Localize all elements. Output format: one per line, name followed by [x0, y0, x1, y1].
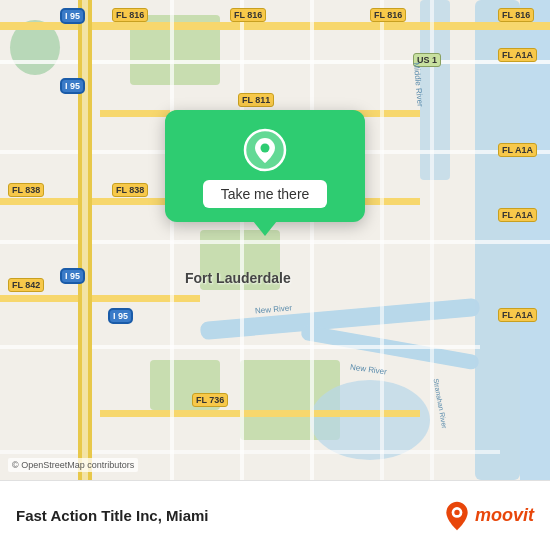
badge-i95-2: I 95	[60, 78, 85, 94]
badge-fl736: FL 736	[192, 393, 228, 407]
take-me-there-button[interactable]: Take me there	[203, 180, 328, 208]
badge-fl838-1: FL 838	[8, 183, 44, 197]
svg-point-1	[261, 144, 270, 153]
lake-1	[310, 380, 430, 460]
badge-fl811: FL 811	[238, 93, 274, 107]
road-fl736	[100, 410, 420, 417]
map-attribution: © OpenStreetMap contributors	[8, 458, 138, 472]
popup-card: Take me there	[165, 110, 365, 222]
road-v3	[310, 0, 314, 480]
moovit-text: moovit	[475, 505, 534, 526]
road-v4	[380, 0, 384, 480]
badge-i95-4: I 95	[108, 308, 133, 324]
svg-point-3	[454, 509, 459, 514]
bottom-bar: Fast Action Title Inc, Miami moovit	[0, 480, 550, 550]
road-v1	[170, 0, 174, 480]
badge-fla1a-2: FL A1A	[498, 143, 537, 157]
bottom-bar-title: Fast Action Title Inc, Miami	[16, 507, 443, 524]
badge-fla1a-1: FL A1A	[498, 48, 537, 62]
badge-fla1a-3: FL A1A	[498, 208, 537, 222]
city-label-fort-lauderdale: Fort Lauderdale	[185, 270, 291, 286]
badge-fl816-1: FL 816	[112, 8, 148, 22]
map-container: Middle River New River New River Stranah…	[0, 0, 550, 550]
badge-fla1a-4: FL A1A	[498, 308, 537, 322]
road-v2	[240, 0, 244, 480]
badge-fl842: FL 842	[8, 278, 44, 292]
badge-i95-1: I 95	[60, 8, 85, 24]
badge-fl816-3: FL 816	[370, 8, 406, 22]
location-pin-icon	[243, 128, 287, 172]
highway-i95-lane	[82, 0, 88, 480]
badge-fl816-4: FL 816	[498, 8, 534, 22]
moovit-logo: moovit	[443, 500, 534, 532]
road-v5	[430, 0, 434, 480]
road-h5	[0, 450, 500, 454]
badge-fl838-2: FL 838	[112, 183, 148, 197]
badge-i95-3: I 95	[60, 268, 85, 284]
moovit-pin-icon	[443, 500, 471, 532]
badge-fl816-2: FL 816	[230, 8, 266, 22]
